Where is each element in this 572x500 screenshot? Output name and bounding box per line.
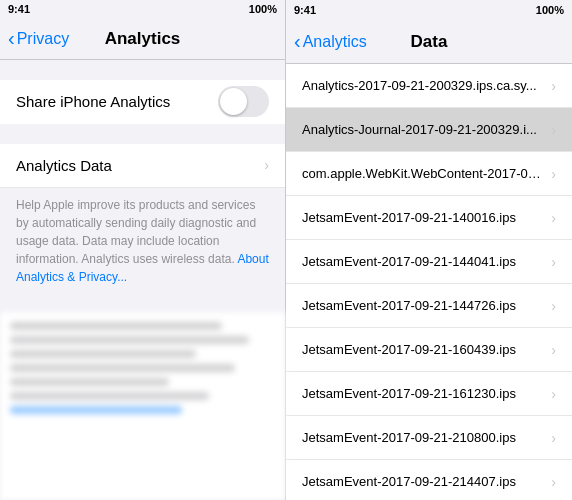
right-nav-title: Data [411, 32, 448, 52]
data-item-label-3: JetsamEvent-2017-09-21-140016.ips [302, 210, 547, 225]
blur-line-1 [10, 322, 222, 330]
data-list: Analytics-2017-09-21-200329.ips.ca.sy...… [286, 64, 572, 500]
data-item-chevron-4: › [551, 254, 556, 270]
left-panel: 9:41 100% ‹ Privacy Analytics Share iPho… [0, 0, 286, 500]
blur-line-4 [10, 364, 235, 372]
left-back-button[interactable]: ‹ Privacy [8, 27, 69, 50]
right-nav-bar: ‹ Analytics Data [286, 20, 572, 64]
blur-line-5 [10, 378, 169, 386]
data-item-6[interactable]: JetsamEvent-2017-09-21-160439.ips › [286, 328, 572, 372]
data-item-chevron-2: › [551, 166, 556, 182]
data-item-0[interactable]: Analytics-2017-09-21-200329.ips.ca.sy...… [286, 64, 572, 108]
data-item-label-1: Analytics-Journal-2017-09-21-200329.i... [302, 122, 547, 137]
data-item-8[interactable]: JetsamEvent-2017-09-21-210800.ips › [286, 416, 572, 460]
left-status-bar: 9:41 100% [0, 0, 285, 19]
blur-line-6 [10, 392, 209, 400]
blur-line-3 [10, 350, 196, 358]
left-back-chevron-icon: ‹ [8, 27, 15, 50]
data-item-5[interactable]: JetsamEvent-2017-09-21-144726.ips › [286, 284, 572, 328]
data-item-2[interactable]: com.apple.WebKit.WebContent-2017-09-... … [286, 152, 572, 196]
right-back-button[interactable]: ‹ Analytics [294, 30, 367, 53]
right-back-label: Analytics [303, 33, 367, 51]
data-item-1[interactable]: Analytics-Journal-2017-09-21-200329.i...… [286, 108, 572, 152]
right-battery: 100% [536, 4, 564, 16]
share-analytics-toggle[interactable] [218, 86, 269, 117]
data-item-3[interactable]: JetsamEvent-2017-09-21-140016.ips › [286, 196, 572, 240]
data-item-label-0: Analytics-2017-09-21-200329.ips.ca.sy... [302, 78, 547, 93]
right-panel: 9:41 100% ‹ Analytics Data Analytics-201… [286, 0, 572, 500]
data-item-label-8: JetsamEvent-2017-09-21-210800.ips [302, 430, 547, 445]
data-item-chevron-3: › [551, 210, 556, 226]
blur-line-2 [10, 336, 249, 344]
data-item-chevron-7: › [551, 386, 556, 402]
left-nav-title: Analytics [105, 29, 181, 49]
data-item-label-2: com.apple.WebKit.WebContent-2017-09-... [302, 166, 547, 181]
description-text: Help Apple improve its products and serv… [16, 196, 269, 286]
data-item-chevron-1: › [551, 122, 556, 138]
data-item-chevron-5: › [551, 298, 556, 314]
left-battery: 100% [249, 3, 277, 15]
share-analytics-row[interactable]: Share iPhone Analytics [0, 80, 285, 124]
share-analytics-section: Share iPhone Analytics [0, 80, 285, 124]
description-block: Help Apple improve its products and serv… [0, 188, 285, 302]
data-item-label-6: JetsamEvent-2017-09-21-160439.ips [302, 342, 547, 357]
right-time: 9:41 [294, 4, 316, 16]
blur-line-7 [10, 406, 182, 414]
data-item-label-9: JetsamEvent-2017-09-21-214407.ips [302, 474, 547, 489]
analytics-data-row[interactable]: Analytics Data › [0, 144, 285, 188]
toggle-knob [220, 88, 247, 115]
blurred-content-area [0, 312, 285, 500]
data-item-7[interactable]: JetsamEvent-2017-09-21-161230.ips › [286, 372, 572, 416]
left-time: 9:41 [8, 3, 30, 15]
data-item-label-7: JetsamEvent-2017-09-21-161230.ips [302, 386, 547, 401]
analytics-data-label: Analytics Data [16, 157, 264, 174]
data-item-label-5: JetsamEvent-2017-09-21-144726.ips [302, 298, 547, 313]
data-item-chevron-9: › [551, 474, 556, 490]
analytics-data-section: Analytics Data › [0, 144, 285, 188]
right-status-bar: 9:41 100% [286, 0, 572, 20]
data-item-label-4: JetsamEvent-2017-09-21-144041.ips [302, 254, 547, 269]
share-analytics-label: Share iPhone Analytics [16, 93, 218, 110]
data-item-chevron-8: › [551, 430, 556, 446]
data-item-chevron-0: › [551, 78, 556, 94]
data-item-4[interactable]: JetsamEvent-2017-09-21-144041.ips › [286, 240, 572, 284]
data-item-chevron-6: › [551, 342, 556, 358]
analytics-data-chevron-icon: › [264, 157, 269, 173]
left-nav-bar: ‹ Privacy Analytics [0, 19, 285, 60]
right-back-chevron-icon: ‹ [294, 30, 301, 53]
data-item-9[interactable]: JetsamEvent-2017-09-21-214407.ips › [286, 460, 572, 500]
left-back-label: Privacy [17, 30, 69, 48]
